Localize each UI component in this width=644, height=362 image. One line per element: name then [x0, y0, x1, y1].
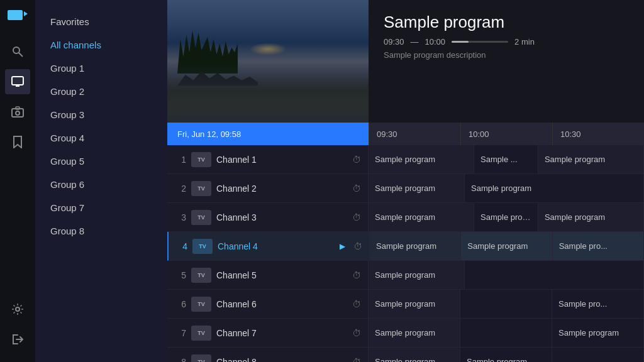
preview-thumbnail[interactable] [167, 0, 369, 123]
channel-name-5: Channel 5 [216, 270, 345, 280]
program-cell[interactable] [460, 319, 552, 347]
icon-sidebar [0, 0, 35, 362]
channel-info-2: 2 TV Channel 2 ⏱ [167, 174, 369, 202]
settings-nav-icon[interactable] [5, 297, 30, 322]
channel-info-7: 7 TV Channel 7 ⏱ [167, 319, 369, 347]
program-cells-2: Sample program Sample program [369, 174, 644, 202]
program-cell[interactable] [465, 261, 644, 289]
sidebar-item-group5[interactable]: Group 5 [35, 150, 167, 173]
channel-logo-3: TV [191, 210, 211, 225]
sidebar-item-group7[interactable]: Group 7 [35, 196, 167, 219]
sidebar-item-group2[interactable]: Group 2 [35, 80, 167, 103]
sidebar-item-favorites[interactable]: Favorites [35, 10, 167, 33]
program-cell[interactable]: Sample program [369, 319, 460, 347]
program-cell[interactable]: Sample program [552, 319, 644, 347]
channel-info-6: 6 TV Channel 6 ⏱ [167, 290, 369, 318]
program-cell[interactable]: Sample program [369, 145, 474, 173]
program-cells-3: Sample program Sample progr... Sample pr… [369, 203, 644, 231]
program-cell[interactable]: Sample program [369, 348, 460, 362]
history-icon-1: ⏱ [350, 153, 363, 166]
tv-nav-icon[interactable] [5, 69, 30, 94]
program-cell[interactable] [552, 348, 644, 362]
channel-logo-6: TV [191, 297, 211, 312]
svg-point-2 [13, 47, 19, 53]
program-cell[interactable]: Sample program [369, 174, 465, 202]
table-row[interactable]: 1 TV Channel 1 ⏱ Sample program Sample .… [167, 145, 644, 174]
sidebar-item-group3[interactable]: Group 3 [35, 103, 167, 126]
duration: 2 min [514, 37, 535, 47]
program-cell[interactable]: Sample program [465, 174, 644, 202]
search-nav-icon[interactable] [5, 39, 30, 64]
history-icon-2: ⏱ [350, 182, 363, 195]
table-row[interactable]: 4 TV Channel 4 ▶ ⏱ Sample program Sample… [167, 232, 644, 261]
channel-logo-5: TV [191, 268, 211, 283]
program-description: Sample program description [384, 50, 629, 60]
timeline-slot-2: 10:30 [552, 123, 644, 145]
channel-logo-1: TV [191, 152, 211, 167]
bookmark-nav-icon[interactable] [5, 129, 30, 155]
channel-info-1: 1 TV Channel 1 ⏱ [167, 145, 369, 173]
program-title: Sample program [384, 13, 629, 32]
program-cells-8: Sample program Sample program [369, 348, 644, 362]
timeline-slot-0: 09:30 [369, 123, 460, 145]
program-cell[interactable]: Sample program [460, 348, 552, 362]
svg-rect-7 [12, 109, 23, 117]
program-cell[interactable]: Sample progr... [474, 203, 538, 231]
timeline-header: Fri, Jun 12, 09:58 09:30 10:00 10:30 [167, 123, 644, 145]
program-cell[interactable]: Sample program [369, 290, 460, 318]
program-cell[interactable]: Sample ... [474, 145, 538, 173]
channel-num-5: 5 [172, 270, 186, 280]
program-cell[interactable]: Sample program [538, 203, 644, 231]
table-row[interactable]: 6 TV Channel 6 ⏱ Sample program Sample p… [167, 290, 644, 319]
channel-num-1: 1 [172, 155, 186, 165]
program-cell[interactable]: Sample pro... [552, 290, 644, 318]
program-cell[interactable]: Sample pro... [553, 232, 644, 260]
channel-name-7: Channel 7 [216, 328, 345, 338]
channel-num-7: 7 [172, 328, 186, 338]
app-logo [8, 8, 28, 24]
timeline-slot-1: 10:00 [460, 123, 552, 145]
channel-name-6: Channel 6 [216, 299, 345, 309]
timeline-current-time: Fri, Jun 12, 09:58 [167, 123, 369, 145]
program-cell[interactable] [460, 290, 552, 318]
sidebar-item-group1[interactable]: Group 1 [35, 57, 167, 80]
sidebar-item-group4[interactable]: Group 4 [35, 126, 167, 150]
channel-num-6: 6 [172, 299, 186, 309]
channel-info-3: 3 TV Channel 3 ⏱ [167, 203, 369, 231]
camera-nav-icon[interactable] [5, 99, 30, 124]
sidebar-item-all-channels[interactable]: All channels [35, 33, 167, 57]
program-cells-7: Sample program Sample program [369, 319, 644, 347]
channel-logo-7: TV [191, 326, 211, 341]
history-icon-8: ⏱ [350, 356, 363, 363]
svg-line-3 [19, 53, 23, 57]
table-row[interactable]: 8 TV Channel 8 ⏱ Sample program Sample p… [167, 348, 644, 362]
table-row[interactable]: 7 TV Channel 7 ⏱ Sample program Sample p… [167, 319, 644, 348]
timeline-slots: 09:30 10:00 10:30 [369, 123, 644, 145]
history-icon-6: ⏱ [350, 298, 363, 310]
program-cell[interactable]: Sample program [461, 232, 552, 260]
play-icon-4: ▶ [340, 242, 345, 251]
program-cell[interactable]: Sample program [369, 203, 474, 231]
history-icon-7: ⏱ [350, 327, 363, 339]
sidebar-item-group6[interactable]: Group 6 [35, 173, 167, 196]
channel-info-8: 8 TV Channel 8 ⏱ [167, 348, 369, 362]
channel-name-2: Channel 2 [216, 184, 345, 194]
channel-name-1: Channel 1 [216, 155, 345, 165]
exit-nav-icon[interactable] [5, 327, 30, 352]
top-preview: Sample program 09:30 — 10:00 2 min Sampl… [167, 0, 644, 123]
table-row[interactable]: 5 TV Channel 5 ⏱ Sample program [167, 261, 644, 290]
table-row[interactable]: 3 TV Channel 3 ⏱ Sample program Sample p… [167, 203, 644, 232]
epg-section: Fri, Jun 12, 09:58 09:30 10:00 10:30 1 T… [167, 123, 644, 362]
channel-num-4: 4 [174, 241, 187, 251]
channel-name-3: Channel 3 [216, 212, 345, 222]
svg-rect-4 [12, 77, 23, 85]
program-cell[interactable]: Sample program [370, 232, 461, 260]
sidebar-item-group8[interactable]: Group 8 [35, 219, 167, 243]
program-cell[interactable]: Sample program [369, 261, 465, 289]
channel-num-8: 8 [172, 357, 186, 363]
program-cells-1: Sample program Sample ... Sample program [369, 145, 644, 173]
channel-info-5: 5 TV Channel 5 ⏱ [167, 261, 369, 289]
channel-info-4: 4 TV Channel 4 ▶ ⏱ [169, 232, 370, 260]
table-row[interactable]: 2 TV Channel 2 ⏱ Sample program Sample p… [167, 174, 644, 203]
program-cell[interactable]: Sample program [538, 145, 644, 173]
